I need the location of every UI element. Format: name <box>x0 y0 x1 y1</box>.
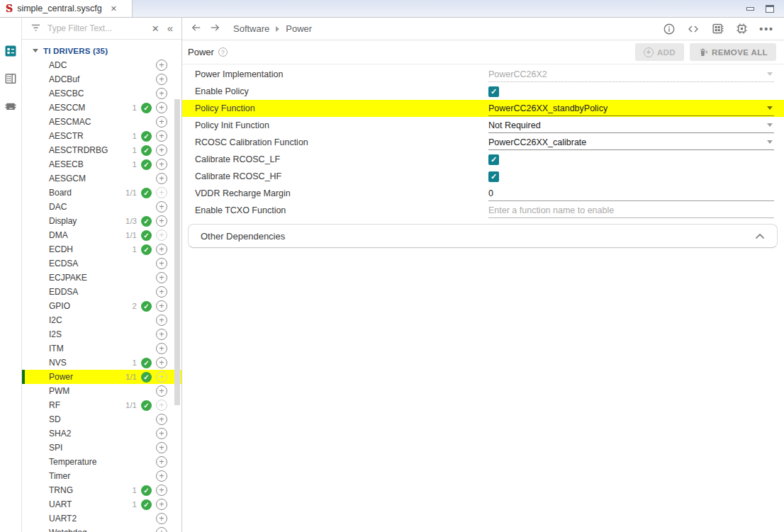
enable-policy-checkbox[interactable]: ✓ <box>488 86 499 97</box>
sidebar-item-rf[interactable]: RF1/1✓+ <box>22 398 181 412</box>
sidebar-item-aesccm[interactable]: AESCCM1✓+ <box>22 101 181 115</box>
add-instance-icon[interactable]: + <box>156 527 167 532</box>
minimize-view-icon[interactable] <box>746 7 754 11</box>
config-view-icon[interactable] <box>4 44 18 58</box>
code-icon[interactable] <box>686 23 700 35</box>
filter-input[interactable]: Type Filter Text... <box>47 23 145 33</box>
section-title: Power ? <box>188 47 228 57</box>
sidebar-item-pwm[interactable]: PWM✓+ <box>22 384 181 398</box>
sidebar-item-aesecb[interactable]: AESECB1✓+ <box>22 157 181 171</box>
add-instance-icon[interactable]: + <box>156 513 167 524</box>
sidebar-item-temperature[interactable]: Temperature✓+ <box>22 455 181 469</box>
add-instance-icon[interactable]: + <box>156 74 167 85</box>
sidebar-item-ecdh[interactable]: ECDH1✓+ <box>22 242 181 256</box>
add-instance-icon[interactable]: + <box>156 201 167 213</box>
sidebar-item-timer[interactable]: Timer✓+ <box>22 469 181 483</box>
clear-filter-icon[interactable]: ✕ <box>152 23 159 34</box>
add-instance-icon[interactable]: + <box>156 300 167 312</box>
add-instance-icon[interactable]: + <box>156 470 167 482</box>
sidebar-item-display[interactable]: Display1/3✓+ <box>22 214 181 228</box>
add-instance-icon[interactable]: + <box>156 499 167 510</box>
enable-tcxo-function-input[interactable]: Enter a function name to enable <box>488 203 774 218</box>
sidebar-item-aesgcm[interactable]: AESGCM✓+ <box>22 171 181 186</box>
policy-function-dropdown[interactable]: PowerCC26XX_standbyPolicy <box>488 101 774 116</box>
other-dependencies-card[interactable]: Other Dependencies <box>188 224 778 248</box>
maximize-view-icon[interactable] <box>766 5 774 13</box>
driver-label: AESCMAC <box>49 117 91 127</box>
sidebar-item-board[interactable]: Board1/1✓+ <box>22 186 181 200</box>
add-instance-icon[interactable]: + <box>156 102 167 113</box>
sidebar-item-sha2[interactable]: SHA2✓+ <box>22 426 181 441</box>
sidebar-item-i2s[interactable]: I2S✓+ <box>22 327 181 341</box>
info-icon[interactable] <box>663 23 676 35</box>
add-button[interactable]: + ADD <box>635 43 684 61</box>
vddr-recharge-margin-input[interactable]: 0 <box>488 186 774 201</box>
sidebar-scrollbar[interactable] <box>174 99 180 405</box>
policy-init-function-dropdown[interactable]: Not Required <box>488 118 774 133</box>
device-view-icon[interactable] <box>4 72 18 86</box>
add-instance-icon[interactable]: + <box>156 88 167 99</box>
sidebar-item-spi[interactable]: SPI✓+ <box>22 441 181 455</box>
forward-icon[interactable] <box>209 23 220 35</box>
calibrate-rcosc-hf-checkbox[interactable]: ✓ <box>488 171 499 182</box>
breadcrumb-software[interactable]: Software <box>233 23 269 34</box>
chip-settings-icon[interactable] <box>735 22 749 35</box>
add-instance-icon[interactable]: + <box>156 315 167 326</box>
add-instance-icon[interactable]: + <box>156 456 167 468</box>
add-instance-icon[interactable]: + <box>156 414 167 425</box>
add-instance-icon[interactable]: + <box>156 385 167 397</box>
sidebar-item-trng[interactable]: TRNG1✓+ <box>22 483 181 497</box>
add-instance-icon[interactable]: + <box>156 116 167 128</box>
sidebar-item-i2c[interactable]: I2C✓+ <box>22 313 181 327</box>
add-instance-icon[interactable]: + <box>156 215 167 227</box>
sidebar-item-power[interactable]: Power1/1✓+ <box>22 370 181 384</box>
sidebar-item-eddsa[interactable]: EDDSA✓+ <box>22 285 181 299</box>
sidebar-item-uart2[interactable]: UART2✓+ <box>22 511 181 526</box>
add-instance-icon[interactable]: + <box>156 173 167 184</box>
sidebar-item-ecjpake[interactable]: ECJPAKE✓+ <box>22 271 181 285</box>
add-instance-icon[interactable]: + <box>156 130 167 142</box>
calibrate-rcosc-lf-checkbox[interactable]: ✓ <box>488 154 499 165</box>
sidebar-item-watchdog[interactable]: Watchdog✓+ <box>22 526 181 532</box>
add-instance-icon[interactable]: + <box>156 272 167 283</box>
add-instance-icon[interactable]: + <box>156 258 167 269</box>
driver-label: ADCBuf <box>49 74 79 84</box>
editor-tab[interactable]: S simple_central.syscfg ✕ <box>0 0 133 17</box>
collapse-sidebar-icon[interactable]: « <box>166 23 176 35</box>
add-instance-icon[interactable]: + <box>156 145 167 156</box>
sidebar-item-aesctrdrbg[interactable]: AESCTRDRBG1✓+ <box>22 143 181 157</box>
add-instance-icon[interactable]: + <box>156 60 167 71</box>
add-instance-icon[interactable]: + <box>156 343 167 354</box>
sidebar-item-dac[interactable]: DAC✓+ <box>22 200 181 214</box>
sidebar-item-gpio[interactable]: GPIO2✓+ <box>22 299 181 313</box>
sidebar-item-aescbc[interactable]: AESCBC✓+ <box>22 86 181 101</box>
sidebar-item-ecdsa[interactable]: ECDSA✓+ <box>22 256 181 271</box>
tab-close-icon[interactable]: ✕ <box>111 4 117 13</box>
back-icon[interactable] <box>191 23 202 35</box>
sidebar-item-adcbuf[interactable]: ADCBuf✓+ <box>22 72 181 86</box>
add-instance-icon[interactable]: + <box>156 357 167 368</box>
add-instance-icon[interactable]: + <box>156 428 167 439</box>
add-instance-icon[interactable]: + <box>156 442 167 453</box>
add-instance-icon[interactable]: + <box>156 485 167 496</box>
sidebar-item-nvs[interactable]: NVS1✓+ <box>22 356 181 370</box>
add-instance-icon[interactable]: + <box>156 286 167 298</box>
sidebar-item-uart[interactable]: UART1✓+ <box>22 497 181 511</box>
add-instance-icon[interactable]: + <box>156 159 167 170</box>
driver-count: 1 <box>133 103 137 112</box>
add-instance-icon[interactable]: + <box>156 329 167 340</box>
sidebar-item-aescmac[interactable]: AESCMAC✓+ <box>22 115 181 129</box>
drivers-group-header[interactable]: TI DRIVERS (35) <box>22 43 181 58</box>
sidebar-item-dma[interactable]: DMA1/1✓+ <box>22 228 181 242</box>
rcosc-calibration-function-dropdown[interactable]: PowerCC26XX_calibrate <box>488 135 774 150</box>
chip-view-icon[interactable] <box>4 99 18 113</box>
more-options-icon[interactable]: ••• <box>759 23 774 35</box>
remove-all-button[interactable]: REMOVE ALL <box>690 43 776 61</box>
sidebar-item-adc[interactable]: ADC✓+ <box>22 58 181 72</box>
sidebar-item-aesctr[interactable]: AESCTR1✓+ <box>22 129 181 143</box>
add-instance-icon[interactable]: + <box>156 244 167 255</box>
help-icon[interactable]: ? <box>218 47 228 57</box>
sidebar-item-itm[interactable]: ITM✓+ <box>22 341 181 356</box>
sidebar-item-sd[interactable]: SD✓+ <box>22 412 181 426</box>
board-icon[interactable] <box>711 22 724 35</box>
